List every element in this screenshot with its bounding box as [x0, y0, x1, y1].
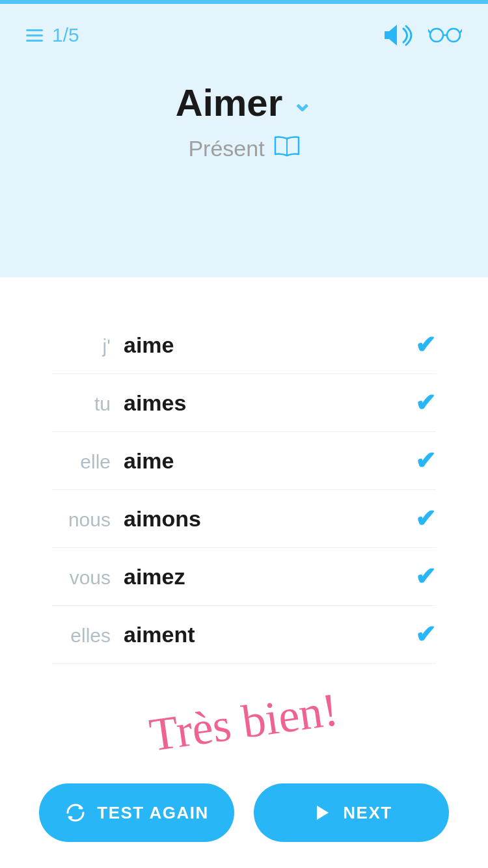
header-left: 1/5	[26, 24, 79, 46]
conjugation-row: elles aiment ✔	[52, 606, 436, 664]
refresh-icon	[64, 802, 87, 824]
conjugation-row: elle aime ✔	[52, 432, 436, 490]
pronoun: tu	[52, 393, 111, 415]
test-again-button[interactable]: TEST AGAIN	[39, 783, 234, 842]
row-left: nous aimons	[52, 506, 201, 532]
check-icon: ✔	[415, 620, 436, 649]
pronoun: j'	[52, 335, 111, 357]
pronoun: vous	[52, 567, 111, 589]
conjugation-row: tu aimes ✔	[52, 374, 436, 432]
check-icon: ✔	[415, 562, 436, 591]
play-icon	[310, 802, 332, 824]
book-icon[interactable]	[274, 135, 300, 162]
svg-point-1	[447, 29, 460, 42]
speaker-icon[interactable]	[384, 22, 413, 48]
check-icon: ✔	[415, 331, 436, 359]
conjugation-row: j' aime ✔	[52, 316, 436, 374]
verb-form: aiment	[124, 622, 195, 647]
verb-title[interactable]: Aimer ⌄	[176, 81, 312, 124]
row-left: j' aime	[52, 332, 174, 358]
header-right	[384, 22, 462, 48]
pronoun: elle	[52, 451, 111, 473]
next-button[interactable]: NEXT	[254, 783, 449, 842]
tense-subtitle: Présent	[188, 135, 299, 162]
tres-bien-text: Très bien!	[146, 683, 342, 763]
row-left: elle aime	[52, 448, 174, 474]
check-icon: ✔	[415, 446, 436, 475]
conjugation-section: j' aime ✔ tu aimes ✔ elle aime ✔ nous ai…	[0, 277, 488, 813]
header-top: 1/5	[26, 22, 462, 48]
chevron-down-icon: ⌄	[291, 90, 312, 115]
bottom-buttons: TEST AGAIN NEXT	[0, 783, 488, 842]
check-icon: ✔	[415, 504, 436, 533]
verb-form: aime	[124, 448, 174, 474]
svg-point-0	[430, 29, 443, 42]
verb-form: aime	[124, 332, 174, 358]
menu-icon[interactable]	[26, 29, 43, 42]
pronoun: elles	[52, 625, 111, 647]
verb-form: aimes	[124, 390, 186, 416]
glasses-icon[interactable]	[428, 25, 462, 46]
tres-bien-overlay: Très bien!	[52, 670, 436, 774]
progress-text: 1/5	[52, 24, 79, 46]
header-section: 1/5 Aimer ⌄	[0, 4, 488, 277]
row-left: elles aiment	[52, 622, 195, 647]
check-icon: ✔	[415, 388, 436, 417]
conjugation-row: nous aimons ✔	[52, 490, 436, 548]
pronoun: nous	[52, 509, 111, 531]
verb-form: aimez	[124, 564, 185, 590]
row-left: vous aimez	[52, 564, 185, 590]
conjugation-row: vous aimez ✔	[52, 548, 436, 606]
row-left: tu aimes	[52, 390, 186, 416]
verb-form: aimons	[124, 506, 201, 532]
